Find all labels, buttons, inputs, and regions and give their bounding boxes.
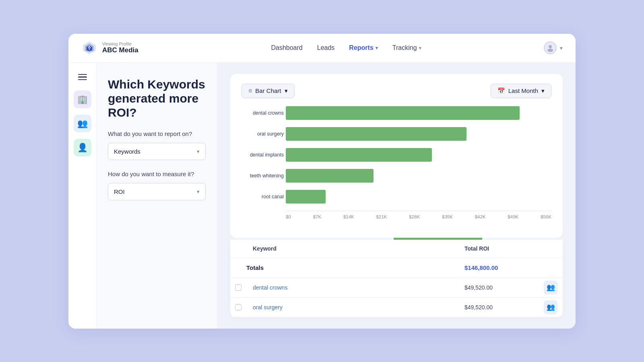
col-roi-header: Total ROI [458,240,539,257]
x-label-7k: $7K [313,214,321,219]
bar-label-teeth-whitening: teeth whitening [242,173,284,179]
bar-label-dental-implants: dental implants [242,152,284,158]
col-keyword-header: Keyword [246,240,458,257]
main-layout: 🏢 👥 👤 Which Keywords generated more ROI?… [68,63,576,329]
bar-row-oral-surgery: oral surgery [286,127,551,141]
measure-section: How do you want to measure it? ROI ▾ [108,170,206,200]
data-table: Keyword Total ROI Totals $146,800.00 den… [230,240,563,317]
header: Viewing Profile ABC Media Dashboard Lead… [68,34,576,63]
bar-row-dental-crowns: dental crowns [286,106,551,120]
app-window: Viewing Profile ABC Media Dashboard Lead… [68,34,576,329]
bar-teeth-whitening [286,169,374,183]
keyword-oral-surgery[interactable]: oral surgery [246,298,458,317]
table-accent-bar [394,238,482,240]
chart-type-label: Bar Chart [255,87,281,94]
bar-row-dental-implants: dental implants [286,148,551,162]
svg-point-5 [547,49,553,52]
x-label-14k: $14K [343,214,354,219]
report-on-value: Keywords [114,148,140,155]
hamburger-menu[interactable] [78,74,87,80]
left-panel: Which Keywords generated more ROI? What … [97,63,217,329]
bar-row-teeth-whitening: teeth whitening [286,169,551,183]
action-btn-oral-surgery[interactable]: 👥 [544,300,557,314]
report-on-chevron-icon: ▾ [197,148,200,154]
svg-point-4 [549,45,552,48]
sidebar-icons: 🏢 👥 👤 [68,63,97,329]
action-dental-crowns[interactable]: 👥 [539,281,563,294]
bar-dental-implants [286,148,432,162]
row-checkbox-dental-crowns[interactable] [230,284,246,291]
bar-dental-crowns [286,106,520,120]
table-header: Keyword Total ROI [230,240,563,258]
col-check-header [230,240,246,257]
brand-name: ABC Media [102,46,138,54]
calendar-icon: 📅 [497,87,505,95]
keyword-dental-crowns[interactable]: dental crowns [246,278,458,297]
chart-card: ≡ Bar Chart ▾ 📅 Last Month ▾ [230,74,563,238]
totals-label: Totals [230,264,458,271]
measure-value: ROI [114,188,125,195]
viewing-profile-label: Viewing Profile [102,41,138,46]
sidebar-item-building[interactable]: 🏢 [74,90,91,108]
totals-row: Totals $146,800.00 [230,258,563,278]
roi-dental-crowns: $49,520.00 [458,278,539,297]
x-label-28k: $28K [409,214,420,219]
report-on-label: What do you want to report on? [108,130,206,138]
table-row: dental crowns $49,520.00 👥 [230,278,563,298]
reports-chevron-icon: ▾ [376,45,378,51]
totals-value: $146,800.00 [458,264,539,271]
right-panel: ≡ Bar Chart ▾ 📅 Last Month ▾ [217,63,576,329]
bar-oral-surgery [286,127,466,141]
col-action-header [539,240,563,257]
measure-dropdown[interactable]: ROI ▾ [108,183,206,200]
nav-reports[interactable]: Reports ▾ [349,44,378,51]
bar-root-canal [286,190,326,204]
bar-row-root-canal: root canal [286,190,551,204]
x-label-56k: $56K [541,214,551,219]
date-range-label: Last Month [508,87,538,94]
bar-chart-icon: ≡ [248,87,252,95]
x-label-35k: $35K [442,214,453,219]
chart-wrapper: ≡ Bar Chart ▾ 📅 Last Month ▾ [230,74,563,238]
avatar[interactable] [544,41,557,54]
table-row: oral surgery $49,520.00 👥 [230,298,563,317]
sidebar-item-team[interactable]: 👥 [74,115,91,132]
header-nav: Dashboard Leads Reports ▾ Tracking ▾ [162,44,530,51]
date-range-button[interactable]: 📅 Last Month ▾ [491,84,551,98]
date-chevron-icon: ▾ [541,87,545,95]
table-accent-row [230,238,563,240]
x-label-0: $0 [286,214,291,219]
header-logo: Viewing Profile ABC Media [81,40,162,56]
header-right: ▾ [530,41,563,54]
roi-oral-surgery: $49,520.00 [458,298,539,317]
checkbox-dental-crowns[interactable] [235,284,242,291]
x-axis: $0 $7K $14K $21K $28K $35K $42K $49K $56… [286,211,551,219]
report-on-section: What do you want to report on? Keywords … [108,130,206,160]
x-label-21k: $21K [376,214,387,219]
bar-label-dental-crowns: dental crowns [242,110,284,116]
nav-leads[interactable]: Leads [317,44,335,51]
bar-chart: dental crowns oral surgery dental implan… [242,106,551,231]
x-label-49k: $49K [508,214,518,219]
action-oral-surgery[interactable]: 👥 [539,300,563,314]
report-on-dropdown[interactable]: Keywords ▾ [108,143,206,160]
x-label-42k: $42K [475,214,486,219]
nav-dashboard[interactable]: Dashboard [271,44,302,51]
logo-text: Viewing Profile ABC Media [102,41,138,54]
chart-type-chevron-icon: ▾ [285,87,288,95]
action-btn-dental-crowns[interactable]: 👥 [544,281,557,294]
chart-controls: ≡ Bar Chart ▾ 📅 Last Month ▾ [242,84,551,98]
row-checkbox-oral-surgery[interactable] [230,304,246,311]
checkbox-oral-surgery[interactable] [235,304,242,311]
tracking-chevron-icon: ▾ [419,45,421,51]
page-title: Which Keywords generated more ROI? [108,77,206,120]
user-dropdown-arrow[interactable]: ▾ [560,45,563,51]
logo-icon [81,40,97,56]
measure-label: How do you want to measure it? [108,170,206,178]
bar-label-root-canal: root canal [242,194,284,200]
chart-type-button[interactable]: ≡ Bar Chart ▾ [242,84,295,98]
measure-chevron-icon: ▾ [197,189,200,195]
sidebar-item-person[interactable]: 👤 [74,139,91,156]
bar-label-oral-surgery: oral surgery [242,131,284,137]
nav-tracking[interactable]: Tracking ▾ [392,44,421,51]
